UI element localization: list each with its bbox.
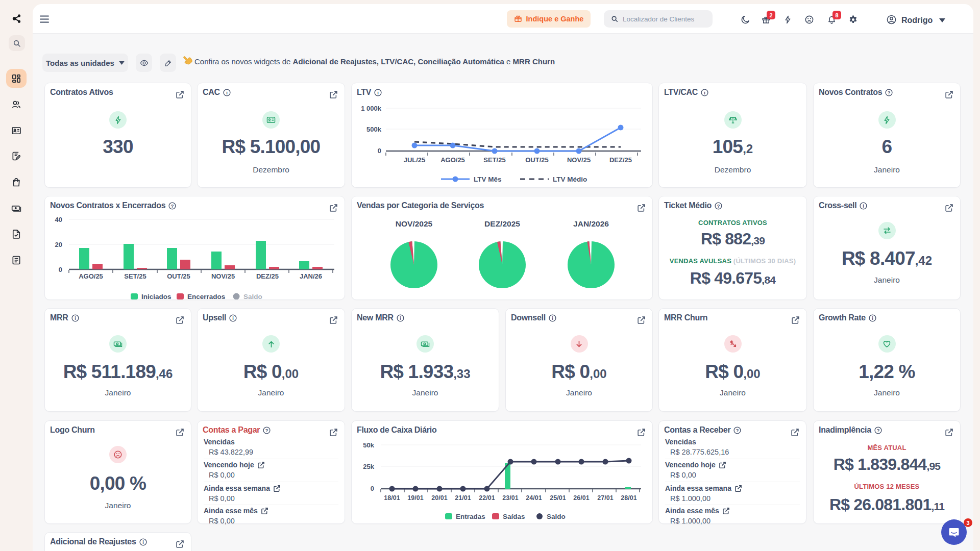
svg-text:NOV/25: NOV/25 xyxy=(211,272,235,280)
svg-text:20: 20 xyxy=(55,241,62,248)
svg-text:Saídas: Saídas xyxy=(503,513,525,520)
svg-text:0: 0 xyxy=(371,485,374,492)
svg-text:25k: 25k xyxy=(363,463,374,470)
svg-text:21/01: 21/01 xyxy=(455,494,471,502)
svg-text:LTV Médio: LTV Médio xyxy=(553,176,587,183)
svg-text:25/01: 25/01 xyxy=(550,494,566,502)
svg-text:22/01: 22/01 xyxy=(479,494,495,502)
svg-text:?: ? xyxy=(736,428,739,433)
svg-text:?: ? xyxy=(717,204,720,209)
svg-text:JAN/26: JAN/26 xyxy=(300,272,322,280)
svg-text:OUT/25: OUT/25 xyxy=(525,156,549,164)
svg-text:24/01: 24/01 xyxy=(526,494,542,502)
svg-text:NOV/25: NOV/25 xyxy=(567,156,591,164)
svg-text:SET/25: SET/25 xyxy=(124,272,146,280)
svg-text:DEZ/25: DEZ/25 xyxy=(256,272,279,280)
svg-text:i: i xyxy=(226,90,227,95)
svg-text:i: i xyxy=(233,316,234,321)
svg-text:0: 0 xyxy=(59,266,62,273)
svg-text:?: ? xyxy=(877,428,880,433)
svg-text:Encerrados: Encerrados xyxy=(187,293,225,299)
svg-text:OUT/25: OUT/25 xyxy=(167,272,190,280)
svg-text:DEZ/2025: DEZ/2025 xyxy=(484,219,520,228)
svg-text:28/01: 28/01 xyxy=(621,494,636,502)
svg-text:18/01: 18/01 xyxy=(384,494,400,502)
svg-text:JAN/2026: JAN/2026 xyxy=(573,219,609,228)
svg-text:Saldo: Saldo xyxy=(547,513,566,520)
svg-text:i: i xyxy=(863,204,864,209)
svg-text:40: 40 xyxy=(55,216,62,223)
svg-text:?: ? xyxy=(888,90,891,95)
svg-text:NOV/2025: NOV/2025 xyxy=(396,219,433,228)
svg-text:i: i xyxy=(552,316,553,321)
svg-text:?: ? xyxy=(265,428,268,433)
svg-text:JUL/25: JUL/25 xyxy=(404,156,426,164)
svg-text:27/01: 27/01 xyxy=(597,494,613,502)
svg-text:Entradas: Entradas xyxy=(456,513,485,520)
svg-text:0: 0 xyxy=(378,147,381,155)
svg-text:i: i xyxy=(142,540,143,545)
svg-text:Saldo: Saldo xyxy=(243,293,262,299)
svg-text:DEZ/25: DEZ/25 xyxy=(609,156,632,164)
svg-text:AGO/25: AGO/25 xyxy=(79,272,103,280)
svg-text:20/01: 20/01 xyxy=(431,494,447,502)
svg-text:SET/25: SET/25 xyxy=(483,156,505,164)
svg-text:23/01: 23/01 xyxy=(502,494,518,502)
svg-text:500k: 500k xyxy=(366,126,382,133)
svg-text:i: i xyxy=(872,316,873,321)
svg-text:1 000k: 1 000k xyxy=(361,105,382,112)
svg-text:50k: 50k xyxy=(363,441,374,449)
svg-text:AGO/25: AGO/25 xyxy=(440,156,465,164)
svg-text:i: i xyxy=(704,90,705,95)
svg-text:19/01: 19/01 xyxy=(407,494,423,502)
svg-text:i: i xyxy=(75,316,76,321)
svg-text:LTV Mês: LTV Mês xyxy=(474,176,502,183)
svg-text:Iniciados: Iniciados xyxy=(141,293,172,299)
svg-text:i: i xyxy=(400,316,401,321)
svg-text:26/01: 26/01 xyxy=(573,494,589,502)
